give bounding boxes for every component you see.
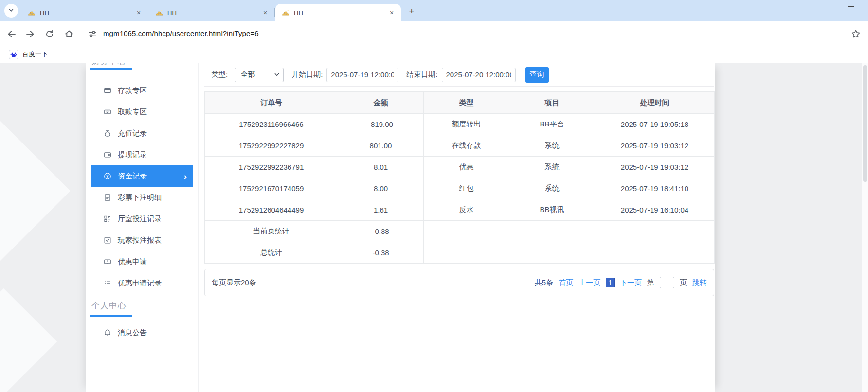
sidebar-section-finance-title: 财务中心 [91,63,127,67]
sidebar-item-lottery-bets[interactable]: 彩票下注明细 [91,187,193,208]
site-settings-icon[interactable] [84,26,101,42]
page-scrollbar[interactable] [862,63,868,392]
tab-title: HH [294,9,387,17]
scrollbar-thumb[interactable] [863,65,867,182]
tab-title: HH [167,9,261,17]
total-count-text: 共5条 [535,278,553,287]
bell-icon [104,329,111,337]
start-date-label: 开始日期: [291,70,323,79]
chevron-down-icon [8,6,14,15]
goto-button[interactable]: 跳转 [692,278,707,287]
browser-tab-2[interactable]: HH × [149,4,274,21]
column-header-order-no: 订单号 [205,92,338,114]
next-page-link[interactable]: 下一页 [620,278,642,287]
cell-amount: -0.38 [338,242,424,264]
baidu-paw-icon [9,50,18,59]
sidebar-item-funds-records[interactable]: 资金记录 › [91,165,193,187]
cell-project: 系统 [509,135,595,157]
tab-strip: HH × HH × HH × + [0,0,868,21]
cell-type: 在线存款 [424,135,509,157]
main-content: 类型: 全部 开始日期: 结束日期: 查询 [204,63,714,296]
close-icon[interactable]: × [261,8,270,17]
table-summary-row-page: 当前页统计 -0.38 [205,221,715,242]
start-date-input[interactable] [326,68,398,82]
minimize-icon[interactable] [848,6,854,7]
back-button[interactable] [3,26,20,42]
column-header-type: 类型 [424,92,509,114]
home-button[interactable] [61,26,77,42]
chevron-right-icon: › [184,172,187,181]
end-date-input[interactable] [442,68,516,82]
goto-prefix-label: 第 [647,278,654,287]
sidebar-item-label: 厅室投注记录 [118,214,162,224]
sidebar-menu-finance: 存款专区 取款专区 充值记录 提现记录 [86,80,199,294]
sidebar-item-promo-apply-records[interactable]: 优惠申请记录 [91,272,193,294]
bookmark-baidu[interactable]: 百度一下 [5,48,52,61]
cell-empty [424,221,509,242]
filter-bar: 类型: 全部 开始日期: 结束日期: 查询 [204,63,714,87]
browser-toolbar: mgm1065.com/hhcp/usercenter.html?iniType… [0,21,868,46]
sidebar-item-messages[interactable]: 消息公告 [91,322,193,343]
column-header-project: 项目 [509,92,595,114]
cell-empty [595,242,715,264]
tab-divider [274,8,275,17]
sidebar-item-deposit[interactable]: 存款专区 [91,80,193,101]
forward-button[interactable] [22,26,38,42]
chevron-down-icon [274,73,279,76]
sidebar-item-withdraw[interactable]: 取款专区 [91,101,193,123]
table-row: 1752921670174059 8.00 红包 系统 2025-07-19 1… [205,178,715,199]
bank-card-icon [104,87,111,94]
decorative-triangle [0,288,57,392]
page-size-text: 每页显示20条 [212,278,256,287]
new-tab-button[interactable]: + [406,5,417,17]
goto-suffix-label: 页 [680,278,687,287]
close-icon[interactable]: × [387,8,396,17]
sidebar-item-label: 资金记录 [118,172,147,181]
page-content: 财务中心 存款专区 取款专区 充值记录 [0,63,868,392]
cell-project: 系统 [509,157,595,178]
sidebar-item-label: 提现记录 [118,150,147,160]
browser-tab-3-active[interactable]: HH × [275,4,401,21]
sidebar-item-hall-bet-records[interactable]: 厅室投注记录 [91,208,193,230]
address-bar-url[interactable]: mgm1065.com/hhcp/usercenter.html?iniType… [103,29,259,37]
bookmark-star-icon[interactable] [848,26,864,42]
sidebar-item-player-bet-report[interactable]: 玩家投注报表 [91,230,193,251]
column-header-amount: 金额 [338,92,424,114]
cell-time: 2025-07-19 19:05:18 [595,114,715,135]
reload-button[interactable] [41,26,58,42]
prev-page-link[interactable]: 上一页 [579,278,600,287]
tab-search-button[interactable] [4,4,18,18]
cell-order-no: 1752922992227829 [205,135,338,157]
cell-time: 2025-07-19 19:03:12 [595,157,715,178]
tab-divider [148,8,148,17]
search-button[interactable]: 查询 [525,67,549,83]
decorative-triangle [0,117,71,265]
cell-project: BB视讯 [509,199,595,221]
cell-empty [424,242,509,264]
browser-tab-1[interactable]: HH × [21,4,148,21]
cell-time: 2025-07-19 19:03:12 [595,135,715,157]
section-underline [90,315,132,317]
table-row: 1752912604644499 1.61 反水 BB视讯 2025-07-19… [205,199,715,221]
first-page-link[interactable]: 首页 [559,278,573,287]
table-row: 1752922992227829 801.00 在线存款 系统 2025-07-… [205,135,715,157]
cell-project: 系统 [509,178,595,199]
close-icon[interactable]: × [134,8,143,17]
cell-order-no: 1752912604644499 [205,199,338,221]
funds-records-table: 订单号 金额 类型 项目 处理时间 1752923116966466 -819.… [204,91,715,264]
type-select[interactable]: 全部 [235,68,284,82]
sidebar-item-promo-apply[interactable]: 优惠申请 [91,251,193,272]
table-header-row: 订单号 金额 类型 项目 处理时间 [205,92,715,114]
cell-amount: -0.38 [338,221,424,242]
current-page-number[interactable]: 1 [606,278,615,287]
checkbox-icon [104,236,111,244]
cell-order-no: 1752922992236791 [205,157,338,178]
browser-window: HH × HH × HH × + [0,0,868,392]
cell-project: BB平台 [509,114,595,135]
sidebar-item-recharge-records[interactable]: 充值记录 [91,123,193,144]
cell-order-no: 1752923116966466 [205,114,338,135]
goto-page-input[interactable] [660,277,674,288]
bookmark-label: 百度一下 [22,50,48,59]
sidebar-item-cashout-records[interactable]: 提现记录 [91,144,193,165]
money-bag-icon [104,129,111,137]
